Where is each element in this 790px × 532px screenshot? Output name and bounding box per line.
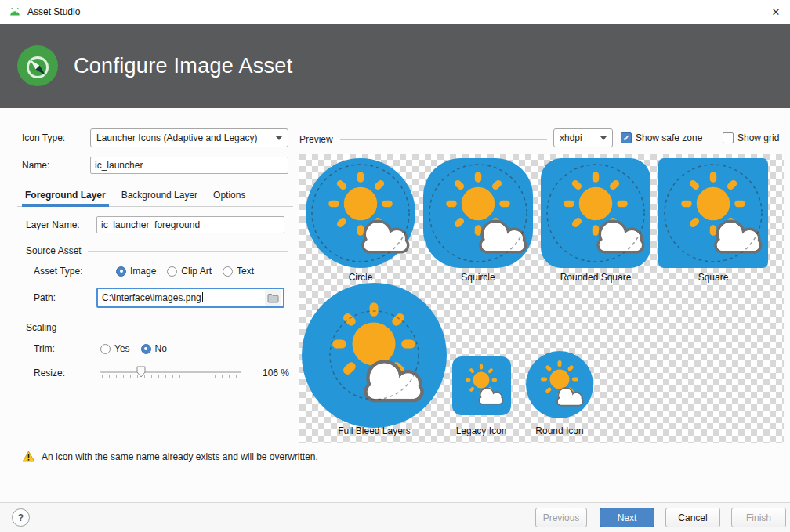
circle-preview: [306, 158, 415, 268]
path-value: C:\interface\images.png: [102, 292, 262, 303]
help-button[interactable]: ?: [12, 508, 30, 527]
resize-label: Resize:: [34, 367, 100, 378]
name-input[interactable]: [90, 157, 288, 174]
tab-options[interactable]: Options: [205, 186, 253, 206]
next-button[interactable]: Next: [600, 508, 654, 527]
resize-row: Resize: 106 %: [34, 365, 300, 381]
asset-type-clipart-radio[interactable]: [167, 266, 177, 277]
icon-type-label: Icon Type:: [22, 132, 90, 143]
show-grid-label: Show grid: [737, 132, 779, 143]
layer-name-row: Layer Name:: [26, 216, 288, 233]
show-grid-checkbox[interactable]: [723, 132, 734, 143]
source-asset-section: Source Asset: [26, 245, 288, 256]
source-asset-heading: Source Asset: [26, 245, 82, 256]
slider-ticks: [102, 375, 241, 378]
warning-icon: [22, 451, 35, 462]
rounded-square-label: Rounded Square: [541, 272, 650, 283]
square-label: Square: [658, 272, 768, 283]
trim-no-radio[interactable]: [141, 344, 151, 354]
resize-value: 106 %: [263, 367, 289, 378]
dialog-header: Configure Image Asset: [0, 24, 790, 108]
icon-type-row: Icon Type: Launcher Icons (Adaptive and …: [22, 128, 288, 147]
preview-divider: [340, 139, 547, 140]
preview-canvas: Circle Squircle Rounded Square Square: [299, 154, 784, 443]
footer: ? Previous Next Cancel Finish: [0, 502, 790, 532]
density-row: xhdpi: [553, 128, 613, 147]
finish-button[interactable]: Finish: [731, 508, 786, 527]
tab-background-layer[interactable]: Background Layer: [114, 186, 205, 206]
resize-slider[interactable]: [100, 365, 241, 381]
asset-type-text-radio[interactable]: [223, 266, 233, 277]
scaling-heading: Scaling: [26, 322, 56, 333]
trim-no-label: No: [155, 343, 167, 354]
window-titlebar: Asset Studio ✕: [0, 0, 790, 24]
circle-label: Circle: [306, 272, 415, 283]
asset-type-image-radio[interactable]: [116, 266, 126, 277]
chevron-down-icon: [276, 136, 282, 140]
icon-type-dropdown[interactable]: Launcher Icons (Adaptive and Legacy): [90, 128, 288, 147]
show-grid-row: Show grid: [723, 132, 779, 143]
asset-type-clipart-label: Clip Art: [181, 266, 212, 277]
warning-row: An icon with the same name already exist…: [22, 451, 318, 462]
legacy-icon-preview: [452, 356, 511, 415]
slider-track[interactable]: [100, 371, 241, 373]
rounded-square-preview: [541, 158, 650, 268]
full-bleed-label: Full Bleed Layers: [302, 425, 447, 436]
icon-type-value: Launcher Icons (Adaptive and Legacy): [96, 132, 257, 143]
square-preview: [658, 158, 768, 268]
page-title: Configure Image Asset: [74, 54, 292, 78]
path-row: Path: C:\interface\images.png: [34, 288, 292, 308]
layer-tabs: Foreground Layer Background Layer Option…: [17, 186, 293, 207]
full-bleed-preview: [302, 283, 447, 428]
tab-foreground-layer[interactable]: Foreground Layer: [17, 186, 114, 206]
android-logo-icon: [9, 7, 21, 16]
trim-label: Trim:: [34, 343, 100, 354]
asset-studio-dialog: Asset Studio ✕ Configure Image Asset Ico…: [0, 0, 790, 532]
section-divider: [63, 328, 288, 328]
browse-folder-button[interactable]: [265, 290, 281, 306]
name-row: Name:: [22, 157, 288, 174]
safe-zone-row: Show safe zone: [621, 132, 702, 143]
path-label: Path:: [34, 292, 96, 303]
density-value: xhdpi: [560, 132, 582, 143]
asset-type-image-label: Image: [130, 266, 156, 277]
layer-name-input[interactable]: [96, 216, 284, 233]
trim-yes-label: Yes: [114, 343, 130, 354]
asset-type-row: Asset Type: Image Clip Art Text: [34, 266, 292, 277]
section-divider: [88, 251, 288, 252]
round-icon-label: Round Icon: [513, 425, 607, 436]
cancel-button[interactable]: Cancel: [665, 508, 720, 527]
squircle-label: Squircle: [423, 272, 533, 283]
asset-type-label: Asset Type:: [34, 266, 116, 277]
close-icon[interactable]: ✕: [762, 0, 790, 24]
show-safe-zone-checkbox[interactable]: [621, 132, 632, 143]
android-studio-logo-icon: [17, 45, 58, 86]
path-input[interactable]: C:\interface\images.png: [96, 288, 284, 308]
chevron-down-icon: [600, 136, 607, 140]
asset-type-text-label: Text: [237, 266, 254, 277]
round-icon-preview: [526, 351, 593, 418]
name-label: Name:: [22, 160, 90, 171]
layer-name-label: Layer Name:: [26, 219, 96, 230]
window-title: Asset Studio: [27, 6, 80, 17]
squircle-preview: [423, 158, 533, 268]
trim-row: Trim: Yes No: [34, 343, 292, 354]
folder-icon: [267, 293, 279, 303]
scaling-section: Scaling: [26, 322, 288, 333]
density-dropdown[interactable]: xhdpi: [553, 128, 613, 147]
slider-thumb[interactable]: [136, 366, 146, 380]
show-safe-zone-label: Show safe zone: [636, 132, 702, 143]
preview-heading: Preview: [299, 134, 333, 145]
trim-yes-radio[interactable]: [100, 344, 111, 354]
warning-text: An icon with the same name already exist…: [42, 451, 318, 462]
previous-button[interactable]: Previous: [535, 508, 587, 527]
